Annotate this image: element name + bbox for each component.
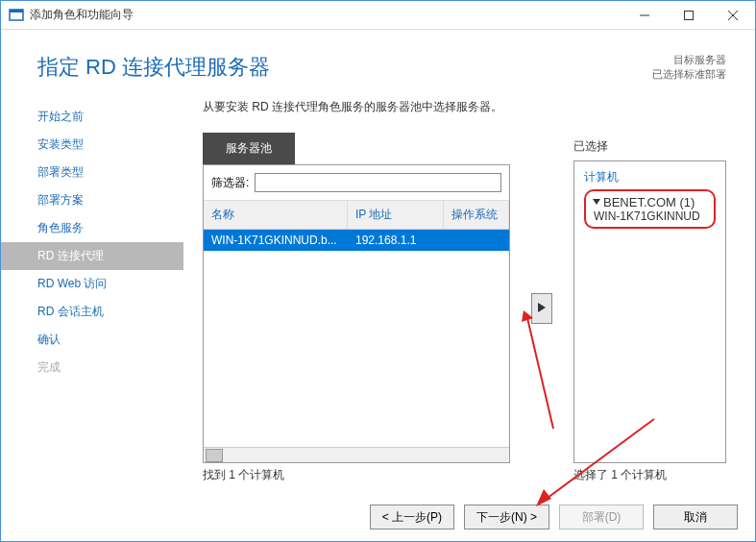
wizard-sidebar: 开始之前 安装类型 部署类型 部署方案 角色服务 RD 连接代理 RD Web … xyxy=(1,99,183,483)
filter-input[interactable] xyxy=(255,173,501,192)
tab-server-pool[interactable]: 服务器池 xyxy=(203,133,295,164)
header-meta: 目标服务器 已选择标准部署 xyxy=(652,53,726,82)
filter-row: 筛选器: xyxy=(204,165,509,201)
filter-label: 筛选器: xyxy=(211,175,249,191)
cell-ip: 192.168.1.1 xyxy=(348,230,444,251)
svg-rect-1 xyxy=(10,10,23,12)
window-controls xyxy=(622,1,755,30)
selected-group[interactable]: BENET.COM (1) WIN-1K71GKINNUD xyxy=(584,189,716,229)
pool-tabs: 服务器池 xyxy=(203,133,510,164)
selected-box: 计算机 BENET.COM (1) WIN-1K71GKINNUD xyxy=(573,160,726,463)
col-header-os[interactable]: 操作系统 xyxy=(444,201,509,229)
found-count: 找到 1 个计算机 xyxy=(203,467,510,483)
instruction-text: 从要安装 RD 连接代理角色服务的服务器池中选择服务器。 xyxy=(203,99,726,115)
target-label: 目标服务器 xyxy=(652,53,726,67)
pool-row: 服务器池 筛选器: 名称 IP 地址 操作系统 xyxy=(203,133,726,483)
selected-panel: 已选择 计算机 BENET.COM (1) WIN-1K71GKINNUD 选择… xyxy=(573,133,726,483)
sidebar-item-deploy-scenario[interactable]: 部署方案 xyxy=(1,186,183,214)
svg-rect-3 xyxy=(685,11,694,19)
cell-name: WIN-1K71GKINNUD.b... xyxy=(204,230,348,251)
wizard-buttons: < 上一步(P) 下一步(N) > 部署(D) 取消 xyxy=(370,505,738,530)
col-header-ip[interactable]: IP 地址 xyxy=(348,201,444,229)
minimize-button[interactable] xyxy=(622,1,667,30)
sidebar-item-install-type[interactable]: 安装类型 xyxy=(1,131,183,159)
deployment-label: 已选择标准部署 xyxy=(652,67,726,82)
sidebar-item-role-services[interactable]: 角色服务 xyxy=(1,214,183,242)
cancel-button[interactable]: 取消 xyxy=(653,505,738,530)
triangle-down-icon xyxy=(593,199,600,205)
titlebar: 添加角色和功能向导 xyxy=(1,1,755,30)
selected-count: 选择了 1 个计算机 xyxy=(573,467,726,483)
content: 开始之前 安装类型 部署类型 部署方案 角色服务 RD 连接代理 RD Web … xyxy=(1,99,755,483)
selected-group-title: BENET.COM (1) xyxy=(594,195,706,209)
sidebar-item-confirm[interactable]: 确认 xyxy=(1,326,183,354)
server-pool-panel: 服务器池 筛选器: 名称 IP 地址 操作系统 xyxy=(203,133,510,483)
page-title: 指定 RD 连接代理服务器 xyxy=(37,53,652,82)
horizontal-scrollbar[interactable] xyxy=(204,447,509,462)
selected-item[interactable]: WIN-1K71GKINNUD xyxy=(594,209,706,223)
close-button[interactable] xyxy=(711,1,755,30)
sidebar-item-complete: 完成 xyxy=(1,354,183,382)
sidebar-item-before-begin[interactable]: 开始之前 xyxy=(1,103,183,131)
sidebar-item-deploy-type[interactable]: 部署类型 xyxy=(1,159,183,186)
add-server-button[interactable] xyxy=(531,293,552,324)
sidebar-item-rd-session-host[interactable]: RD 会话主机 xyxy=(1,298,183,326)
transfer-column xyxy=(529,133,554,483)
server-row[interactable]: WIN-1K71GKINNUD.b... 192.168.1.1 xyxy=(204,230,509,251)
previous-button[interactable]: < 上一步(P) xyxy=(370,505,454,530)
sidebar-item-rd-web[interactable]: RD Web 访问 xyxy=(1,270,183,298)
sidebar-item-rd-broker[interactable]: RD 连接代理 xyxy=(1,242,183,270)
selected-label: 已选择 xyxy=(573,133,726,155)
app-icon xyxy=(9,8,24,23)
page-header: 指定 RD 连接代理服务器 目标服务器 已选择标准部署 xyxy=(1,30,755,99)
cell-os xyxy=(444,230,509,251)
col-header-name[interactable]: 名称 xyxy=(204,201,348,229)
window-title: 添加角色和功能向导 xyxy=(30,7,622,23)
next-button[interactable]: 下一步(N) > xyxy=(464,505,549,530)
selected-header: 计算机 xyxy=(580,167,719,189)
grid-body: WIN-1K71GKINNUD.b... 192.168.1.1 xyxy=(204,230,509,447)
deploy-button: 部署(D) xyxy=(559,505,644,530)
wizard-window: 添加角色和功能向导 指定 RD 连接代理服务器 目标服务器 已选择标准部署 开始… xyxy=(0,0,756,542)
pool-body: 筛选器: 名称 IP 地址 操作系统 WIN-1K71GKINNUD.b... … xyxy=(203,164,510,463)
svg-marker-6 xyxy=(538,303,546,312)
grid-header: 名称 IP 地址 操作系统 xyxy=(204,201,509,230)
main-panel: 从要安装 RD 连接代理角色服务的服务器池中选择服务器。 服务器池 筛选器: 名… xyxy=(183,99,726,483)
maximize-button[interactable] xyxy=(667,1,711,30)
chevron-right-icon xyxy=(538,302,546,315)
